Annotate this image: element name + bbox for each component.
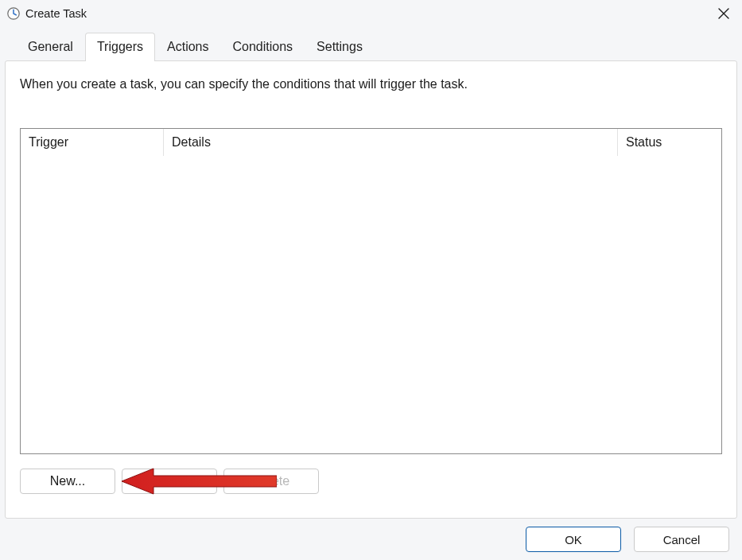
tab-general[interactable]: General [16, 33, 85, 61]
ok-button[interactable]: OK [526, 527, 621, 552]
tab-strip: General Triggers Actions Conditions Sett… [5, 32, 737, 60]
tab-triggers[interactable]: Triggers [85, 33, 155, 61]
close-button[interactable] [705, 0, 742, 27]
col-header-details[interactable]: Details [164, 129, 618, 156]
tab-actions[interactable]: Actions [155, 33, 220, 61]
col-header-trigger[interactable]: Trigger [21, 129, 164, 156]
delete-button[interactable]: Delete [223, 469, 319, 494]
action-row: New... Edit... Delete [20, 469, 722, 494]
triggers-panel: When you create a task, you can specify … [5, 60, 737, 519]
cancel-button[interactable]: Cancel [634, 527, 729, 552]
app-icon [6, 6, 21, 21]
edit-button[interactable]: Edit... [122, 469, 217, 494]
table-header: Trigger Details Status [21, 129, 721, 156]
tab-conditions[interactable]: Conditions [220, 33, 305, 61]
dialog-window: Create Task General Triggers Actions Con… [0, 0, 742, 560]
client-area: General Triggers Actions Conditions Sett… [0, 27, 742, 519]
tab-settings[interactable]: Settings [305, 33, 375, 61]
window-title: Create Task [25, 7, 87, 20]
dialog-footer: OK Cancel [0, 519, 742, 560]
col-header-status[interactable]: Status [618, 129, 721, 156]
panel-description: When you create a task, you can specify … [20, 77, 722, 91]
new-button[interactable]: New... [20, 469, 115, 494]
titlebar: Create Task [0, 0, 742, 27]
triggers-table[interactable]: Trigger Details Status [20, 128, 722, 454]
